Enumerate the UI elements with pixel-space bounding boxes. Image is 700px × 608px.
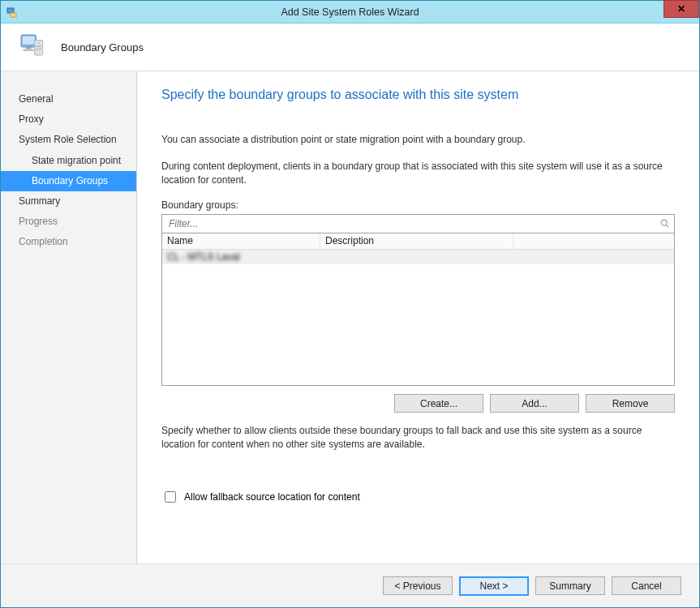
column-description[interactable]: Description	[320, 233, 513, 249]
banner-title: Boundary Groups	[61, 41, 144, 54]
nav-item-boundary-groups[interactable]: Boundary Groups	[1, 171, 136, 191]
title-bar: Add Site System Roles Wizard ✕	[1, 1, 699, 24]
svg-rect-4	[26, 47, 32, 49]
banner: Boundary Groups	[1, 24, 699, 71]
close-button[interactable]: ✕	[663, 0, 699, 18]
column-name[interactable]: Name	[162, 233, 320, 249]
wizard-window: Add Site System Roles Wizard ✕ Boundary …	[0, 0, 700, 608]
svg-rect-3	[23, 36, 35, 45]
fallback-description: Specify whether to allow clients outside…	[161, 424, 675, 452]
intro-text-1: You can associate a distribution point o…	[161, 133, 675, 147]
next-button[interactable]: Next >	[459, 576, 529, 596]
filter-box	[161, 214, 675, 233]
nav-item-progress: Progress	[1, 212, 136, 232]
svg-rect-8	[36, 45, 41, 47]
row-name-cell: CL - MTLS Laval	[162, 251, 320, 263]
fallback-checkbox[interactable]	[165, 491, 176, 503]
svg-point-10	[661, 221, 667, 226]
filter-input[interactable]	[167, 217, 659, 230]
banner-computer-icon	[17, 31, 49, 63]
svg-rect-9	[36, 49, 41, 50]
grid-header: Name Description	[162, 233, 674, 250]
wizard-footer: < Previous Next > Summary Cancel	[1, 563, 699, 607]
page-heading: Specify the boundary groups to associate…	[161, 88, 675, 102]
boundary-groups-label: Boundary groups:	[161, 199, 675, 211]
svg-rect-1	[11, 13, 16, 17]
boundary-groups-grid: Name Description CL - MTLS Laval	[161, 233, 675, 386]
grid-button-row: Create... Add... Remove	[161, 394, 675, 413]
window-title: Add Site System Roles Wizard	[281, 6, 419, 18]
create-button[interactable]: Create...	[394, 394, 483, 413]
nav-sidebar: General Proxy System Role Selection Stat…	[1, 71, 137, 563]
svg-point-7	[38, 42, 40, 44]
intro-text-2: During content deployment, clients in a …	[161, 160, 675, 187]
wizard-body: General Proxy System Role Selection Stat…	[1, 71, 699, 563]
close-icon: ✕	[677, 4, 685, 14]
app-icon	[6, 6, 19, 19]
svg-rect-0	[7, 8, 14, 13]
nav-item-state-migration-point[interactable]: State migration point	[1, 151, 136, 171]
nav-item-system-role-selection[interactable]: System Role Selection	[1, 130, 136, 150]
nav-item-completion: Completion	[1, 232, 136, 252]
search-icon[interactable]	[659, 218, 671, 229]
remove-button[interactable]: Remove	[586, 394, 675, 413]
content-pane: Specify the boundary groups to associate…	[137, 71, 699, 563]
previous-button[interactable]: < Previous	[383, 576, 453, 595]
cancel-button[interactable]: Cancel	[612, 576, 681, 595]
svg-rect-5	[24, 49, 34, 52]
fallback-checkbox-label: Allow fallback source location for conte…	[184, 491, 360, 503]
nav-item-proxy[interactable]: Proxy	[1, 109, 136, 130]
table-row[interactable]: CL - MTLS Laval	[162, 250, 674, 264]
nav-item-summary[interactable]: Summary	[1, 191, 136, 212]
svg-line-11	[666, 225, 668, 228]
fallback-checkbox-row: Allow fallback source location for conte…	[161, 489, 675, 505]
summary-button[interactable]: Summary	[535, 576, 605, 595]
nav-item-general[interactable]: General	[1, 89, 136, 109]
add-button[interactable]: Add...	[490, 394, 579, 413]
